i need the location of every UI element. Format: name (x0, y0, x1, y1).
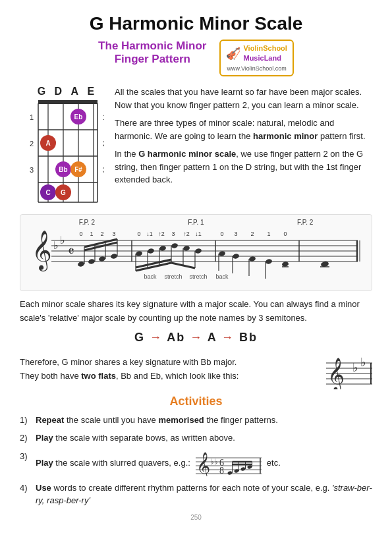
subtitle-text: The Harmonic Minor Finger Pattern (98, 40, 206, 66)
activity-4: 4) Use words to create different rhythm … (20, 482, 372, 507)
two-flats-bold: two flats (81, 371, 116, 381)
arrow2: → (190, 331, 203, 344)
svg-text:↓1: ↓1 (146, 231, 153, 237)
svg-text:Eb: Eb (74, 113, 83, 121)
svg-point-63 (98, 256, 105, 262)
svg-text:2: 2 (103, 140, 104, 148)
svg-text:2: 2 (100, 231, 103, 237)
main-content: G D A E 1 2 3 (20, 86, 372, 208)
svg-text:F#: F# (74, 166, 82, 173)
svg-text:Bb: Bb (59, 166, 67, 173)
notation-section: F.P. 2 F.P. 1 F.P. 2 𝄞 ♭ ♭ 𝄴 0 1 2 3 (20, 214, 372, 291)
svg-text:3: 3 (112, 231, 115, 237)
paragraph3: In the G harmonic minor scale, we use fi… (115, 148, 372, 186)
subtitle-block: The Harmonic Minor Finger Pattern 🎻 Viol… (20, 40, 372, 76)
svg-point-122 (227, 471, 233, 476)
svg-point-85 (265, 259, 272, 265)
string-label-e: E (88, 86, 95, 97)
svg-text:8: 8 (219, 466, 224, 476)
string-labels: G D A E (20, 86, 105, 97)
svg-point-79 (218, 251, 225, 257)
svg-text:↓1: ↓1 (195, 231, 202, 237)
svg-text:3: 3 (30, 166, 34, 174)
relative-key-text3: They both have two flats, Bb and Eb, whi… (20, 370, 313, 383)
svg-point-77 (194, 248, 202, 254)
key-ab: Ab (163, 331, 190, 344)
fretboard-svg: 1 2 3 1 2 3 Eb A Bb F# C (25, 100, 104, 206)
svg-text:↑2: ↑2 (158, 231, 165, 237)
svg-text:↑2: ↑2 (183, 231, 190, 237)
svg-point-75 (182, 246, 190, 252)
act-3-bold: Play (36, 458, 53, 468)
key-a: A (203, 331, 221, 344)
svg-text:3: 3 (171, 231, 175, 237)
activity-2: 2) Play the scale with separate bows, as… (20, 431, 372, 445)
svg-text:𝄞: 𝄞 (32, 231, 52, 272)
act-3-etc: etc. (267, 457, 281, 470)
key-sig-staff: 𝄞 ♭ ♭ (326, 350, 372, 389)
svg-text:0: 0 (220, 231, 223, 237)
relative-key-text2: Therefore, G minor shares a key signatur… (20, 356, 313, 370)
act-2-num: 2) (20, 431, 32, 445)
svg-text:𝄞: 𝄞 (196, 452, 210, 476)
svg-point-59 (77, 262, 84, 267)
svg-text:♭: ♭ (360, 356, 366, 369)
relative-key-text1: Each minor scale shares its key signatur… (20, 298, 372, 325)
act-3-music: 𝄞 ♭♭ 6 8 (196, 450, 262, 476)
act-4-bold: Use (36, 483, 51, 493)
svg-point-69 (147, 248, 154, 254)
act-1-bold1: Repeat (36, 415, 64, 425)
svg-point-83 (248, 256, 256, 262)
activity-3: 3) Play the scale with slurred quavers, … (20, 450, 372, 476)
svg-point-73 (171, 243, 178, 249)
svg-point-65 (110, 254, 117, 260)
svg-text:♭♭: ♭♭ (210, 457, 218, 466)
svg-text:A: A (45, 140, 50, 147)
page-title: G Harmonic Minor Scale (20, 13, 372, 34)
paragraph2: There are three types of minor scale: na… (115, 117, 372, 142)
svg-text:♭: ♭ (352, 361, 358, 374)
string-label-g: G (38, 86, 45, 97)
logo-line2: MusicLand (243, 54, 281, 62)
paragraph1: All the scales that you have learnt so f… (115, 86, 372, 111)
act-4-content: Use words to create different rhythm pat… (36, 482, 372, 507)
harmonic-minor-bold: harmonic minor (253, 131, 318, 141)
music-staff: 𝄞 ♭ ♭ 𝄴 0 1 2 3 0 ↓1 ↑2 3 ↑2 ↓1 0 3 2 1 … (28, 227, 364, 287)
svg-text:3: 3 (234, 231, 237, 237)
act-2-bold: Play (36, 433, 53, 443)
key-sig-block: Therefore, G minor shares a key signatur… (20, 350, 372, 389)
fp-label-1: F.P. 2 (79, 219, 95, 226)
fp-label-3: F.P. 2 (297, 219, 313, 226)
svg-point-67 (135, 251, 142, 257)
act-4-num: 4) (20, 482, 32, 507)
svg-point-71 (159, 246, 166, 252)
svg-text:G: G (61, 189, 66, 196)
act-3-num: 3) (20, 450, 32, 476)
fp-label-2: F.P. 1 (188, 219, 204, 226)
violin-icon: 🎻 (226, 45, 240, 62)
svg-text:back: back (144, 273, 157, 280)
act-1-content: Repeat the scale until you have memorise… (36, 414, 372, 427)
arrow3: → (221, 331, 235, 344)
svg-text:♭: ♭ (60, 235, 65, 246)
svg-point-81 (232, 254, 239, 260)
activities-list: 1) Repeat the scale until you have memor… (20, 414, 372, 507)
svg-point-61 (88, 259, 95, 265)
fp-labels: F.P. 2 F.P. 1 F.P. 2 (26, 219, 366, 226)
subtitle-line2: Finger Pattern (98, 53, 206, 66)
key-g: G (134, 331, 150, 344)
finger-diagram: G D A E 1 2 3 (20, 86, 105, 208)
string-label-d: D (55, 86, 63, 97)
svg-text:0: 0 (283, 231, 287, 237)
page-number: 250 (20, 514, 372, 521)
act-1-num: 1) (20, 414, 32, 427)
activity3-row: Play the scale with slurred quavers, e.g… (36, 450, 372, 476)
svg-text:1: 1 (103, 114, 104, 121)
svg-text:1: 1 (267, 231, 270, 237)
svg-text:stretch: stretch (189, 273, 207, 280)
act-4-example: 'straw-ber-ry, rasp-ber-ry' (36, 483, 372, 506)
subtitle-line1: The Harmonic Minor (98, 40, 206, 53)
g-harmonic-bold: G harmonic minor scale (138, 149, 236, 159)
arrow1: → (150, 331, 163, 344)
activity-1: 1) Repeat the scale until you have memor… (20, 414, 372, 427)
